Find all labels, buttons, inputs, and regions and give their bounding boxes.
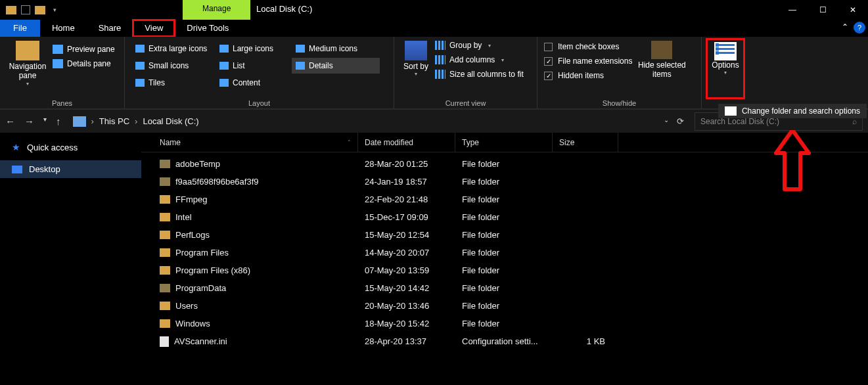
help-icon[interactable]: ? <box>854 22 865 34</box>
layout-details[interactable]: Details <box>292 58 380 74</box>
properties-icon[interactable] <box>20 4 32 16</box>
table-row[interactable]: ProgramData15-May-20 14:42File folder <box>141 279 868 297</box>
layout-extra-large[interactable]: Extra large icons <box>131 41 214 57</box>
recent-locations-icon[interactable]: ▾ <box>43 116 47 127</box>
preview-pane-button[interactable]: Preview pane <box>53 45 115 54</box>
options-button[interactable]: Options ▾ <box>708 41 742 97</box>
file-name: Program Files <box>175 248 229 258</box>
column-header-type[interactable]: Type <box>455 133 553 152</box>
manage-contextual-tab[interactable]: Manage <box>183 0 250 20</box>
add-columns-button[interactable]: Add columns▾ <box>435 55 524 64</box>
tab-drive-tools[interactable]: Drive Tools <box>175 20 240 37</box>
breadcrumb[interactable]: › This PC › Local Disk (C:) ⌄ ⟳ <box>68 116 689 127</box>
table-row[interactable]: f9aa5f698f96be6af3f924-Jan-19 18:57File … <box>141 173 868 191</box>
chevron-down-icon: ▾ <box>501 57 504 63</box>
folder-icon <box>160 231 170 239</box>
tab-home[interactable]: Home <box>40 20 87 37</box>
layout-tiles[interactable]: Tiles <box>131 75 214 91</box>
item-check-boxes-toggle[interactable]: Item check boxes <box>544 42 632 51</box>
sort-icon <box>405 41 427 60</box>
navigation-sidebar: ★ Quick access Desktop <box>0 133 141 385</box>
disk-icon <box>73 116 86 127</box>
folder-icon <box>5 4 17 16</box>
file-date: 15-Dec-17 09:09 <box>358 212 455 222</box>
back-button[interactable]: ← <box>5 116 15 127</box>
file-date: 24-Jan-19 18:57 <box>358 177 455 187</box>
layout-large[interactable]: Large icons <box>216 41 290 57</box>
table-row[interactable]: Windows18-May-20 15:42File folder <box>141 315 868 332</box>
navigation-pane-icon <box>16 41 39 60</box>
table-row[interactable]: adobeTemp28-Mar-20 01:25File folder <box>141 155 868 173</box>
column-header-name[interactable]: Name˄ <box>141 133 358 152</box>
options-icon <box>714 42 737 60</box>
table-row[interactable]: FFmpeg22-Feb-20 21:48File folder <box>141 191 868 208</box>
layout-medium[interactable]: Medium icons <box>292 41 380 57</box>
table-row[interactable]: Users20-May-20 13:46File folder <box>141 297 868 315</box>
folder-icon <box>160 319 170 328</box>
column-header-size[interactable]: Size <box>553 133 618 152</box>
breadcrumb-this-pc[interactable]: This PC <box>99 116 129 126</box>
tab-file[interactable]: File <box>0 20 40 37</box>
hidden-items-toggle[interactable]: ✓Hidden items <box>544 71 632 80</box>
file-type: File folder <box>455 248 553 258</box>
file-date: 14-May-20 20:07 <box>358 248 455 258</box>
refresh-icon[interactable]: ⟳ <box>677 116 684 126</box>
desktop-icon <box>12 166 22 173</box>
group-label-show-hide: Show/hide <box>544 97 695 108</box>
content-icon <box>219 79 229 87</box>
options-dropdown-item[interactable]: Change folder and search options <box>718 104 867 118</box>
qat-dropdown-icon[interactable]: ▾ <box>49 4 60 16</box>
star-icon: ★ <box>12 142 20 152</box>
file-type: File folder <box>455 177 553 187</box>
file-type: File folder <box>455 194 553 204</box>
up-button[interactable]: ↑ <box>56 116 61 127</box>
column-header-date[interactable]: Date modified <box>358 133 455 152</box>
chevron-right-icon: › <box>135 116 137 126</box>
table-row[interactable]: Program Files (x86)07-May-20 13:59File f… <box>141 261 868 279</box>
address-dropdown-icon[interactable]: ⌄ <box>664 116 669 126</box>
folder-icon <box>160 302 170 310</box>
table-row[interactable]: PerfLogs15-May-20 12:54File folder <box>141 226 868 244</box>
table-row[interactable]: AVScanner.ini28-Apr-20 13:37Configuratio… <box>141 332 868 350</box>
column-headers: Name˄ Date modified Type Size <box>141 133 868 152</box>
sort-by-button[interactable]: Sort by ▾ <box>401 41 431 97</box>
file-date: 15-May-20 12:54 <box>358 230 455 240</box>
sidebar-item-desktop[interactable]: Desktop <box>0 160 141 178</box>
size-columns-icon <box>435 70 445 79</box>
file-type: File folder <box>455 319 553 328</box>
file-date: 28-Apr-20 13:37 <box>358 336 455 346</box>
medium-icon <box>296 45 305 53</box>
table-row[interactable]: Intel15-Dec-17 09:09File folder <box>141 208 868 226</box>
navigation-pane-label: Navigation pane <box>7 62 49 81</box>
content-area: ★ Quick access Desktop Name˄ Date modifi… <box>0 133 868 385</box>
breadcrumb-disk[interactable]: Local Disk (C:) <box>143 116 198 126</box>
collapse-ribbon-icon[interactable]: ⌃ <box>842 22 848 32</box>
layout-content[interactable]: Content <box>216 75 290 91</box>
group-by-button[interactable]: Group by▾ <box>435 41 524 50</box>
sidebar-desktop-label: Desktop <box>29 164 60 174</box>
file-type: File folder <box>455 212 553 222</box>
tab-view[interactable]: View <box>133 20 175 37</box>
checkbox-checked-icon: ✓ <box>544 57 553 66</box>
close-button[interactable]: ✕ <box>838 0 868 20</box>
tiles-icon <box>135 79 145 87</box>
new-folder-icon[interactable] <box>34 4 46 16</box>
details-pane-button[interactable]: Details pane <box>53 59 115 68</box>
folder-icon <box>160 195 170 204</box>
tab-share[interactable]: Share <box>87 20 133 37</box>
size-columns-button[interactable]: Size all columns to fit <box>435 70 524 79</box>
sidebar-item-quick-access[interactable]: ★ Quick access <box>0 138 141 156</box>
layout-small[interactable]: Small icons <box>131 58 214 74</box>
file-type: File folder <box>455 230 553 240</box>
chevron-down-icon: ▾ <box>415 71 417 77</box>
forward-button[interactable]: → <box>24 116 34 127</box>
file-extensions-toggle[interactable]: ✓File name extensions <box>544 57 632 66</box>
maximize-button[interactable]: ☐ <box>808 0 838 20</box>
table-row[interactable]: Program Files14-May-20 20:07File folder <box>141 244 868 261</box>
layout-list[interactable]: List <box>216 58 290 74</box>
file-size: 1 KB <box>553 336 618 346</box>
checkbox-unchecked-icon <box>544 43 553 51</box>
navigation-pane-button[interactable]: Navigation pane ▾ <box>7 41 49 97</box>
minimize-button[interactable]: ― <box>777 0 808 20</box>
hide-selected-button[interactable]: Hide selected items <box>636 41 687 97</box>
